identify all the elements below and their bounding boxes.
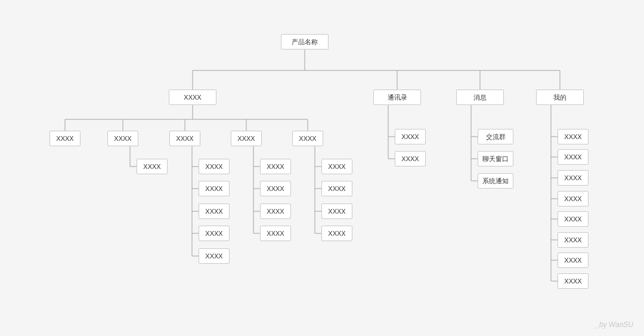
node-b-leaf: XXXX xyxy=(395,151,426,167)
node-root: 产品名称 xyxy=(281,34,329,50)
node-a-child-3: XXXX xyxy=(169,131,200,146)
node-l1-b: 通讯录 xyxy=(373,90,421,105)
node-d-leaf: XXXX xyxy=(558,191,589,206)
node-c-leaf: 交流群 xyxy=(478,129,513,144)
node-c-leaf: 系统通知 xyxy=(478,173,513,189)
node-a3-leaf: XXXX xyxy=(199,159,230,174)
node-a4-leaf: XXXX xyxy=(260,204,291,219)
node-a3-leaf: XXXX xyxy=(199,204,230,219)
node-d-leaf: XXXX xyxy=(558,273,589,289)
node-d-leaf: XXXX xyxy=(558,170,589,186)
node-a4-leaf: XXXX xyxy=(260,226,291,241)
node-a5-leaf: XXXX xyxy=(321,226,352,241)
node-a-child-4: XXXX xyxy=(231,131,262,146)
node-a3-leaf: XXXX xyxy=(199,226,230,241)
node-a3-leaf: XXXX xyxy=(199,181,230,196)
node-a2-leaf: XXXX xyxy=(137,159,168,174)
diagram-canvas: { "root": { "label": "产品名称" }, "l1": { "… xyxy=(0,0,644,336)
node-a-child-1: XXXX xyxy=(49,131,80,146)
node-l1-d: 我的 xyxy=(536,90,584,105)
node-a5-leaf: XXXX xyxy=(321,159,352,174)
node-a5-leaf: XXXX xyxy=(321,204,352,219)
node-d-leaf: XXXX xyxy=(558,149,589,165)
node-d-leaf: XXXX xyxy=(558,232,589,248)
credit-text: _by WanSU xyxy=(595,320,633,329)
node-a-child-5: XXXX xyxy=(292,131,323,146)
node-a5-leaf: XXXX xyxy=(321,181,352,196)
node-d-leaf: XXXX xyxy=(558,129,589,144)
node-b-leaf: XXXX xyxy=(395,129,426,144)
node-c-leaf: 聊天窗口 xyxy=(478,151,513,167)
node-d-leaf: XXXX xyxy=(558,211,589,227)
node-l1-a: XXXX xyxy=(169,90,216,105)
node-a3-leaf: XXXX xyxy=(199,248,230,264)
node-a-child-2: XXXX xyxy=(107,131,138,146)
node-d-leaf: XXXX xyxy=(558,252,589,268)
node-a4-leaf: XXXX xyxy=(260,181,291,196)
node-l1-c: 消息 xyxy=(456,90,504,105)
node-a4-leaf: XXXX xyxy=(260,159,291,174)
